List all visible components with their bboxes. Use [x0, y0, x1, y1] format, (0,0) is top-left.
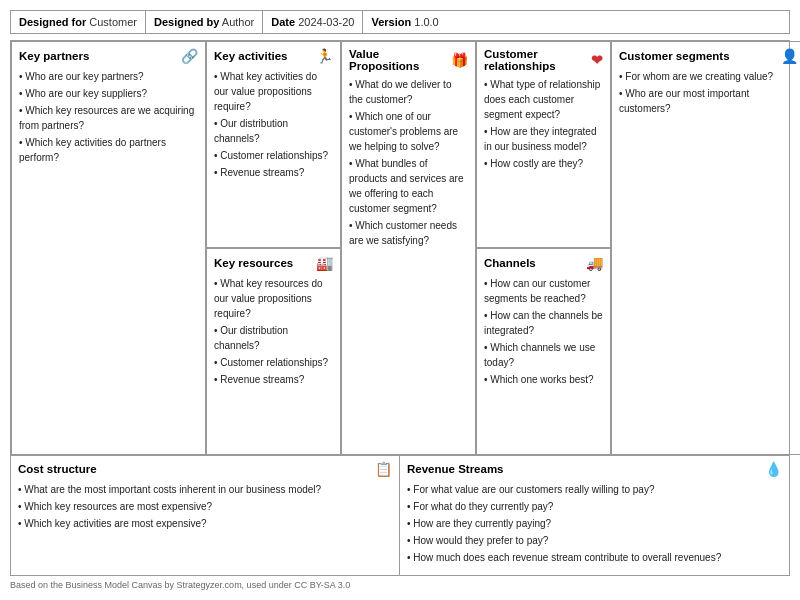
ka-item-1: What key activities do our value proposi… — [214, 69, 333, 114]
vp-item-2: Which one of our customer's problems are… — [349, 109, 468, 154]
value-propositions-icon: 🎁 — [451, 52, 468, 68]
channels-content: How can our customer segments be reached… — [484, 276, 603, 387]
revenue-streams-title: Revenue Streams 💧 — [407, 461, 782, 477]
customer-segments-content: For whom are we creating value? Who are … — [619, 69, 798, 116]
ka-item-3: Customer relationships? — [214, 148, 333, 163]
kr-item-2: Our distribution channels? — [214, 323, 333, 353]
designed-for-value: Customer — [89, 16, 137, 28]
cost-structure-cell: Cost structure 📋 What are the most impor… — [11, 455, 400, 575]
kp-item-4: Which key activities do partners perform… — [19, 135, 198, 165]
customer-segments-icon: 👤 — [781, 48, 798, 64]
key-activities-title: Key activities 🏃 — [214, 48, 333, 64]
cost-structure-content: What are the most important costs inhere… — [18, 482, 392, 531]
customer-relationships-content: What type of relationship does each cust… — [484, 77, 603, 171]
key-resources-content: What key resources do our value proposit… — [214, 276, 333, 387]
cr-item-2: How are they integrated in our business … — [484, 124, 603, 154]
cost-structure-icon: 📋 — [375, 461, 392, 477]
ka-item-2: Our distribution channels? — [214, 116, 333, 146]
rev-item-3: How are they currently paying? — [407, 516, 782, 531]
vp-item-4: Which customer needs are we satisfying? — [349, 218, 468, 248]
channels-title: Channels 🚚 — [484, 255, 603, 271]
kp-item-3: Which key resources are we acquiring fro… — [19, 103, 198, 133]
ch-item-1: How can our customer segments be reached… — [484, 276, 603, 306]
version-value: 1.0.0 — [414, 16, 438, 28]
date-label: Date — [271, 16, 295, 28]
ch-item-3: Which channels we use today? — [484, 340, 603, 370]
customer-relationships-cell: Customer relationships ❤ What type of re… — [476, 41, 611, 248]
revenue-streams-content: For what value are our customers really … — [407, 482, 782, 565]
vp-item-1: What do we deliver to the customer? — [349, 77, 468, 107]
kr-item-4: Revenue streams? — [214, 372, 333, 387]
key-partners-cell: Key partners 🔗 Who are our key partners?… — [11, 41, 206, 455]
kr-item-1: What key resources do our value proposit… — [214, 276, 333, 321]
rev-item-4: How would they prefer to pay? — [407, 533, 782, 548]
cost-item-2: Which key resources are most expensive? — [18, 499, 392, 514]
designed-by-cell: Designed by Author — [146, 11, 263, 33]
footer-text: Based on the Business Model Canvas by St… — [10, 580, 350, 590]
value-propositions-cell: Value Propositions 🎁 What do we deliver … — [341, 41, 476, 455]
kp-item-2: Who are our key suppliers? — [19, 86, 198, 101]
canvas-grid: Key partners 🔗 Who are our key partners?… — [10, 40, 790, 456]
cr-item-3: How costly are they? — [484, 156, 603, 171]
customer-relationships-title: Customer relationships ❤ — [484, 48, 603, 72]
designed-for-cell: Designed for Customer — [11, 11, 146, 33]
key-resources-icon: 🏭 — [316, 255, 333, 271]
cs-item-2: Who are our most important customers? — [619, 86, 798, 116]
revenue-streams-icon: 💧 — [765, 461, 782, 477]
version-cell: Version 1.0.0 — [363, 11, 446, 33]
key-activities-cell: Key activities 🏃 What key activities do … — [206, 41, 341, 248]
cost-structure-title: Cost structure 📋 — [18, 461, 392, 477]
ka-item-4: Revenue streams? — [214, 165, 333, 180]
key-resources-cell: Key resources 🏭 What key resources do ou… — [206, 248, 341, 455]
key-partners-icon: 🔗 — [181, 48, 198, 64]
bottom-row: Cost structure 📋 What are the most impor… — [10, 455, 790, 576]
key-resources-title: Key resources 🏭 — [214, 255, 333, 271]
version-label: Version — [371, 16, 411, 28]
value-propositions-title: Value Propositions 🎁 — [349, 48, 468, 72]
channels-icon: 🚚 — [586, 255, 603, 271]
rev-item-1: For what value are our customers really … — [407, 482, 782, 497]
revenue-streams-cell: Revenue Streams 💧 For what value are our… — [400, 455, 789, 575]
date-cell: Date 2024-03-20 — [263, 11, 363, 33]
kr-item-3: Customer relationships? — [214, 355, 333, 370]
footer: Based on the Business Model Canvas by St… — [10, 576, 790, 590]
rev-item-2: For what do they currently pay? — [407, 499, 782, 514]
kp-item-1: Who are our key partners? — [19, 69, 198, 84]
key-activities-content: What key activities do our value proposi… — [214, 69, 333, 180]
customer-relationships-icon: ❤ — [591, 52, 603, 68]
vp-item-3: What bundles of products and services ar… — [349, 156, 468, 216]
ch-item-4: Which one works best? — [484, 372, 603, 387]
cost-item-1: What are the most important costs inhere… — [18, 482, 392, 497]
customer-segments-title: Customer segments 👤 — [619, 48, 798, 64]
key-partners-content: Who are our key partners? Who are our ke… — [19, 69, 198, 165]
value-propositions-content: What do we deliver to the customer? Whic… — [349, 77, 468, 248]
header-row: Designed for Customer Designed by Author… — [10, 10, 790, 34]
page: Designed for Customer Designed by Author… — [0, 0, 800, 600]
date-value: 2024-03-20 — [298, 16, 354, 28]
channels-cell: Channels 🚚 How can our customer segments… — [476, 248, 611, 455]
designed-for-label: Designed for — [19, 16, 86, 28]
key-partners-title: Key partners 🔗 — [19, 48, 198, 64]
cs-item-1: For whom are we creating value? — [619, 69, 798, 84]
ch-item-2: How can the channels be integrated? — [484, 308, 603, 338]
rev-item-5: How much does each revenue stream contri… — [407, 550, 782, 565]
cr-item-1: What type of relationship does each cust… — [484, 77, 603, 122]
customer-segments-cell: Customer segments 👤 For whom are we crea… — [611, 41, 800, 455]
key-activities-icon: 🏃 — [316, 48, 333, 64]
designed-by-value: Author — [222, 16, 254, 28]
cost-item-3: Which key activities are most expensive? — [18, 516, 392, 531]
designed-by-label: Designed by — [154, 16, 219, 28]
